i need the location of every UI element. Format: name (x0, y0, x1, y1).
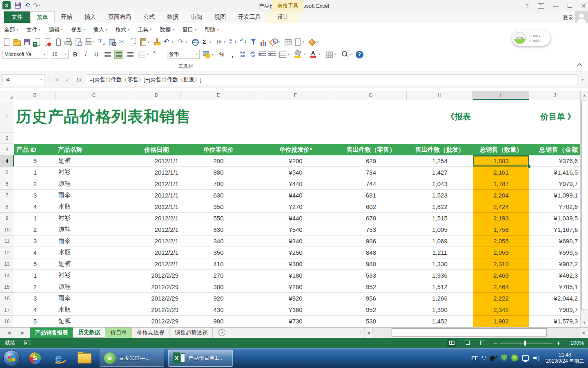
row-header[interactable]: 3 (0, 144, 14, 155)
cell[interactable]: 956 (335, 293, 407, 304)
cell[interactable]: 1,330 (407, 258, 473, 270)
cell[interactable]: 753 (335, 224, 407, 236)
wrap-text-icon[interactable] (153, 49, 161, 59)
comma-style-button[interactable]: , (228, 50, 236, 59)
hscroll-left-icon[interactable]: ◀ (364, 328, 372, 338)
link-icon[interactable] (191, 37, 199, 47)
cell[interactable]: 734 (335, 167, 407, 178)
horizontal-scroll-thumb[interactable] (392, 328, 547, 337)
row-header[interactable]: 18 (0, 316, 14, 327)
cell[interactable]: 4 (14, 304, 56, 316)
column-header-J[interactable]: J (529, 91, 580, 100)
cell[interactable]: 630 (181, 190, 256, 201)
cell[interactable]: 3 (14, 236, 56, 247)
vertical-scroll-thumb[interactable] (581, 101, 587, 310)
cell[interactable]: ¥698,7 (529, 236, 580, 247)
cell[interactable]: 雨伞 (56, 236, 132, 247)
cell[interactable]: ¥1,039,5 (529, 213, 580, 224)
minimize-button[interactable]: — (553, 3, 559, 9)
menu-item-帮助[interactable]: 帮助▾ (205, 26, 219, 34)
cell[interactable]: 2 (14, 281, 56, 293)
painter-icon[interactable] (153, 37, 161, 47)
zoom-level[interactable]: 100% (566, 340, 584, 346)
zoom-in-button[interactable]: + (557, 339, 560, 346)
printok-icon[interactable]: ✓ (64, 37, 72, 47)
zoom-slider-thumb[interactable] (524, 341, 526, 346)
row-header[interactable]: 14 (0, 270, 14, 281)
hscroll-right-icon[interactable]: ▶ (580, 328, 588, 338)
column-header-I[interactable]: I (473, 91, 529, 100)
row-header[interactable]: 8 (0, 201, 14, 213)
cell[interactable]: ¥200 (256, 155, 335, 167)
cell[interactable]: 4 (14, 201, 56, 213)
tab-开发工具[interactable]: 开发工具 (232, 11, 267, 23)
borders-icon[interactable] (278, 49, 287, 59)
cell[interactable]: 2,342 (473, 304, 529, 316)
scroll-down-icon[interactable]: ▼ (581, 319, 588, 326)
tab-公式[interactable]: 公式 (137, 11, 161, 23)
copy-icon[interactable] (129, 37, 137, 47)
cell[interactable]: 5 (14, 258, 56, 270)
cell[interactable]: 2,059 (473, 247, 529, 258)
cell[interactable]: 2,464 (473, 281, 529, 293)
sheet-tab-销售趋势透视[interactable]: 销售趋势透视 (169, 328, 213, 338)
new-icon[interactable] (2, 37, 11, 47)
cell[interactable]: 2012/2/1 (132, 224, 181, 236)
cell[interactable]: 2012/2/29 (132, 270, 181, 281)
cell[interactable]: 短裤 (56, 155, 132, 167)
cell[interactable]: 5 (14, 316, 56, 327)
filter-icon[interactable] (249, 37, 258, 47)
enter-icon[interactable]: ✓ (65, 76, 70, 83)
network-icon[interactable] (522, 355, 529, 361)
360-safe-icon[interactable]: S (26, 349, 44, 367)
sheet-tab-价目单[interactable]: 价目单 (105, 328, 132, 338)
cell[interactable]: 2012/2/29 (132, 304, 181, 316)
cell[interactable]: 雨伞 (56, 190, 132, 201)
row-header[interactable]: 9 (0, 213, 14, 224)
table-header-cell[interactable]: 总销售（金额 (529, 144, 580, 155)
cell[interactable]: 4 (14, 247, 56, 258)
cell[interactable]: 水瓶 (56, 247, 132, 258)
redo-button[interactable]: ↷▾ (33, 2, 37, 9)
cell[interactable]: ¥1,167,6 (529, 224, 580, 236)
cell[interactable]: ¥280 (256, 281, 335, 293)
decrease-indent-icon[interactable] (268, 52, 276, 57)
menu-item-插入[interactable]: 插入▾ (93, 26, 107, 34)
vertical-scrollbar[interactable]: ▲ ▼ (580, 91, 588, 327)
table-header-cell[interactable]: 单位批发价* (256, 144, 335, 155)
cell[interactable]: 2012/2/1 (132, 247, 181, 258)
cell[interactable]: ¥979,7 (529, 178, 580, 190)
cell[interactable]: 952 (335, 281, 407, 293)
cell[interactable]: 533 (335, 270, 407, 281)
row-header[interactable]: 12 (0, 247, 14, 258)
column-header-C[interactable]: C (56, 91, 132, 100)
cell[interactable]: 2,193 (473, 213, 529, 224)
cell[interactable]: 1,787 (473, 178, 529, 190)
cell[interactable]: 952 (335, 304, 407, 316)
row-header[interactable]: 16 (0, 293, 14, 304)
cell[interactable]: 短裤 (56, 316, 132, 327)
table-header-cell[interactable]: 总销售（数量） (473, 144, 529, 155)
column-header-F[interactable]: F (256, 91, 335, 100)
cell[interactable]: 980 (181, 316, 256, 327)
input-method-icon[interactable] (472, 356, 478, 360)
underline-button[interactable]: U (92, 51, 100, 58)
cell[interactable]: 水瓶 (56, 201, 132, 213)
insert-function-icon[interactable]: ƒx (76, 76, 82, 83)
cell[interactable]: 凉鞋 (56, 224, 132, 236)
cell[interactable]: ¥376,6 (529, 155, 580, 167)
bold-button[interactable]: B (71, 51, 79, 58)
table-header-cell[interactable]: 产品名称 (56, 144, 132, 155)
row-header[interactable]: 6 (0, 178, 14, 190)
cell[interactable]: 744 (335, 178, 407, 190)
sogou-input-icon[interactable] (490, 355, 497, 361)
cell[interactable]: 短裤 (56, 258, 132, 270)
cell[interactable]: 2 (14, 224, 56, 236)
collapse-ribbon-icon[interactable] (577, 63, 582, 68)
cell[interactable]: 602 (335, 201, 407, 213)
font-size-select[interactable]: 10▾ (50, 50, 69, 59)
spell-icon[interactable] (98, 37, 107, 47)
name-box[interactable]: I4▾ (2, 74, 45, 85)
help-icon[interactable]: ? (356, 51, 363, 58)
cell[interactable]: 1,427 (407, 167, 473, 178)
